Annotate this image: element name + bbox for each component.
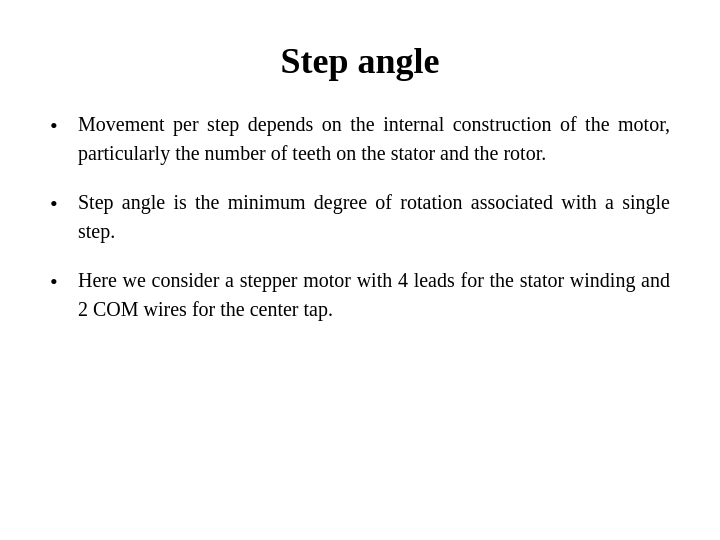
bullet-symbol-2: • [50,188,78,220]
bullet-text-3: Here we consider a stepper motor with 4 … [78,266,670,324]
bullet-list: • Movement per step depends on the inter… [50,110,670,344]
list-item: • Here we consider a stepper motor with … [50,266,670,324]
slide-title: Step angle [50,40,670,82]
bullet-text-1: Movement per step depends on the interna… [78,110,670,168]
slide-container: Step angle • Movement per step depends o… [0,0,720,540]
bullet-symbol-1: • [50,110,78,142]
bullet-text-2: Step angle is the minimum degree of rota… [78,188,670,246]
bullet-symbol-3: • [50,266,78,298]
list-item: • Movement per step depends on the inter… [50,110,670,168]
list-item: • Step angle is the minimum degree of ro… [50,188,670,246]
